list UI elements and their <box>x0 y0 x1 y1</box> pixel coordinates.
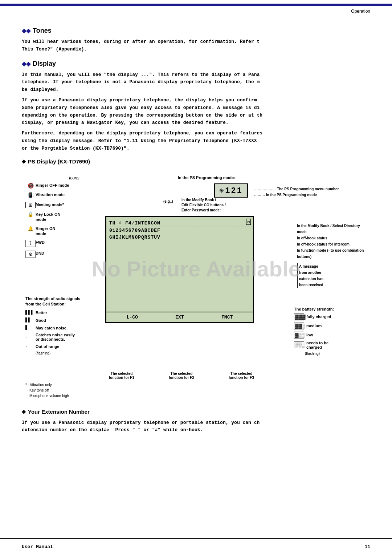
header-bar <box>0 4 392 6</box>
ext-number-section: ◆ Your Extension Number If you use a Pan… <box>22 409 370 434</box>
tones-body: You will hear various tones, during or a… <box>22 38 370 53</box>
dnd-icon: ⊗ <box>25 251 36 258</box>
message-received-right: A messagefrom anotherextension hasbeen r… <box>297 263 369 288</box>
ext-heading: ◆ Your Extension Number <box>22 409 370 415</box>
vibration-icon: 📳 <box>25 192 36 198</box>
ps-diagram: No Picture Available Icons 📵 Ringer OFF … <box>22 169 370 401</box>
page: Operation ◆◆ Tones You will hear various… <box>0 4 392 555</box>
modify-book-note: (e.g.,) <box>163 199 173 203</box>
modify-book-label: In the Modify Book / <box>181 198 216 202</box>
display-body3: Furthermore, depending on the display pr… <box>22 130 370 152</box>
battery-flashing-label: (flashing) <box>305 352 367 356</box>
fwd-icon-row: ⤵ FWD <box>25 240 98 247</box>
intercom-right: In off-hook status for intercom <box>297 241 369 247</box>
ringer-on-label: Ringer ONmode <box>36 226 55 236</box>
signal-strength-section: The strength of radio signalsfrom the Ce… <box>25 296 98 356</box>
prog-mode-title: In the PS Programming mode: <box>178 175 235 180</box>
display-bottom-bar: L-CO EXT FNCT <box>106 312 253 322</box>
tones-heading: ◆◆ Tones <box>22 27 370 35</box>
edit-co-label: Edit Flexible CO buttons / <box>181 203 226 207</box>
function-labels-row: The selectedfunction for F1 The selected… <box>109 372 254 380</box>
ringer-off-icon-row: 📵 Ringer OFF mode <box>25 183 98 189</box>
operation-label: Operation <box>351 9 370 14</box>
flashing-label: (flashing) <box>36 351 98 355</box>
battery-full-icon: ▓▓▓ <box>294 313 304 320</box>
right-annotations: In the Modify Book / Select Directory mo… <box>297 223 369 288</box>
meeting-label: Meeting mode* <box>36 202 64 207</box>
content-area: ◆◆ Tones You will hear various tones, du… <box>0 4 392 466</box>
display-line1: TH ♯ F4∕INTERCOM <box>106 217 253 227</box>
f2-label: The selectedfunction for F2 <box>169 372 194 380</box>
battery-needs-charge-label: needs to becharged <box>306 341 328 349</box>
ext-diamond-icon: ◆ <box>22 409 26 414</box>
battery-medium-label: medium <box>306 324 322 328</box>
footer: User Manual 11 <box>22 544 370 550</box>
ringer-on-icon: 🔔 <box>25 226 36 232</box>
battery-heading: The battery strength: <box>294 307 367 311</box>
battery-medium: ▓▓░ medium <box>294 323 367 329</box>
user-manual-label: User Manual <box>22 544 53 550</box>
keylock-icon-row: 🔒 Key Lock ONmode <box>25 212 98 222</box>
display-mockup: TH ♯ F4∕INTERCOM 0123456789ABCDEF GHIJKL… <box>105 216 254 323</box>
fwd-label: FWD <box>36 240 45 245</box>
ps-diamond-icon: ◆ <box>22 158 26 164</box>
modify-book-right: In the Modify Book / Select Directory mo… <box>297 223 369 235</box>
menu-number-label: ……………… The PS Programming menu number <box>254 187 339 191</box>
fwd-icon: ⤵ <box>25 240 36 247</box>
dnd-label: DND <box>36 251 44 256</box>
battery-low: ▓░░ low <box>294 332 367 339</box>
display-line3: GHIJKLMNOPQRSTUV <box>106 234 253 241</box>
battery-low-icon: ▓░░ <box>294 332 304 339</box>
battery-medium-icon: ▓▓░ <box>294 323 304 329</box>
signal-good: ▌▌ Good <box>25 317 98 323</box>
icons-column: 📵 Ringer OFF mode 📳 Vibration mode ⊞ Mee… <box>25 183 98 262</box>
battery-full-label: fully charged <box>306 315 331 319</box>
off-hook-right: In off-hook status <box>297 235 369 241</box>
battery-full: ▓▓▓ fully charged <box>294 313 367 320</box>
message-received-icon: ✉ <box>246 219 251 225</box>
signal-catches-noise: · Catches noise easilyor disconnects. <box>25 333 98 341</box>
page-number: 11 <box>364 544 370 550</box>
signal-out-of-range: · Out of range <box>25 344 98 349</box>
diagram-footnote: * · Vibration only · Key tone off · Micr… <box>25 382 69 398</box>
ext-body1: If you use a Panasonic display proprieta… <box>22 419 370 434</box>
tones-diamond-icon: ◆◆ <box>22 27 30 34</box>
signal-strength-label: The strength of radio signalsfrom the Ce… <box>25 296 98 307</box>
prog-mode-label2: ……… In the PS Programming mode <box>254 193 317 197</box>
battery-low-label: low <box>306 333 313 337</box>
ringer-on-icon-row: 🔔 Ringer ONmode <box>25 226 98 236</box>
display-f1-label: L-CO <box>127 315 138 320</box>
display-diamond-icon: ◆◆ <box>22 60 30 67</box>
battery-section: The battery strength: ▓▓▓ fully charged … <box>294 307 367 356</box>
icons-title: Icons <box>69 175 79 181</box>
meeting-icon-row: ⊞ Meeting mode* <box>25 202 98 208</box>
vibration-label: Vibration mode <box>36 192 65 197</box>
keylock-label: Key Lock ONmode <box>36 212 60 222</box>
vibration-icon-row: 📳 Vibration mode <box>25 192 98 198</box>
dnd-icon-row: ⊗ DND <box>25 251 98 258</box>
display-f2-label: EXT <box>175 315 184 320</box>
signal-may-catch: ▌ May catch noise. <box>25 325 98 331</box>
display-digits-area: ✳121 <box>214 183 248 198</box>
signal-better: ▌▌▌ Better <box>25 310 98 315</box>
footer-divider <box>0 538 392 539</box>
f3-label: The selectedfunction for F3 <box>229 372 254 380</box>
display-line2: 0123456789ABCDEF <box>106 227 253 234</box>
f1-label: The selectedfunction for F1 <box>109 372 134 380</box>
enter-pass-label: Enter Password mode: <box>181 208 221 212</box>
ringer-off-label: Ringer OFF mode <box>36 183 69 188</box>
ringer-off-icon: 📵 <box>25 183 36 189</box>
display-body1: In this manual, you will see "the displa… <box>22 71 370 94</box>
ps-display-heading: ◆ PS Display (KX-TD7690) <box>22 158 370 165</box>
display-heading: ◆◆ Display <box>22 60 370 68</box>
battery-needs-charge: ░░░ needs to becharged <box>294 341 367 349</box>
meeting-icon: ⊞ <box>25 202 36 208</box>
keylock-icon: 🔒 <box>25 212 36 218</box>
display-f3-label: FNCT <box>221 315 233 320</box>
display-body2: If you use a Panasonic display proprieta… <box>22 97 370 127</box>
battery-needs-charge-icon: ░░░ <box>294 341 304 348</box>
function-mode-right: In function mode (- to use combination b… <box>297 247 369 260</box>
